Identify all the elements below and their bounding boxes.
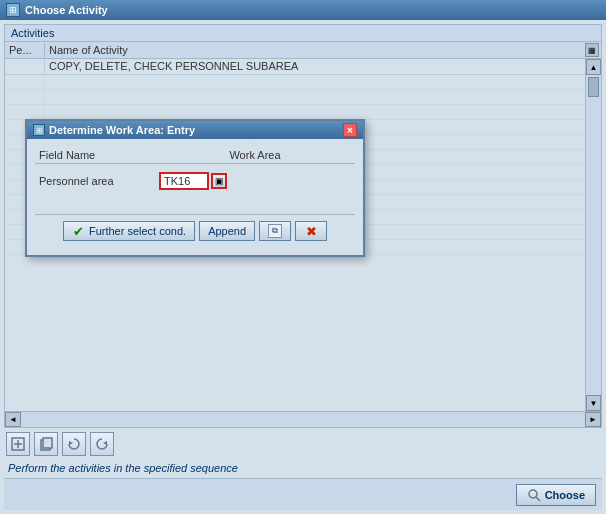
modal-title-left: ⊞ Determine Work Area: Entry — [33, 124, 195, 136]
column-settings-icon[interactable]: ▦ — [585, 43, 599, 57]
table-row — [5, 75, 585, 90]
svg-marker-6 — [103, 441, 107, 445]
scroll-up-button[interactable]: ▲ — [586, 59, 601, 75]
copy-icon: ⧉ — [268, 224, 282, 238]
confirm-button[interactable]: ✔ Further select cond. — [63, 221, 195, 241]
modal-dialog: ⊞ Determine Work Area: Entry × Field Nam… — [25, 119, 365, 257]
table-row: COPY, DELETE, CHECK PERSONNEL SUBAREA — [5, 59, 585, 75]
action-bar: Choose — [4, 478, 602, 510]
modal-close-button[interactable]: × — [343, 123, 357, 137]
table-cell-name: COPY, DELETE, CHECK PERSONNEL SUBAREA — [45, 59, 585, 74]
scroll-right-button[interactable]: ► — [585, 412, 601, 427]
title-bar-title: Choose Activity — [25, 4, 108, 16]
scroll-down-button[interactable]: ▼ — [586, 395, 601, 411]
append-label: Append — [208, 225, 246, 237]
redo-icon — [95, 437, 109, 451]
table-cell-pe — [5, 59, 45, 74]
title-bar: ⊞ Choose Activity — [0, 0, 606, 20]
confirm-label: Further select cond. — [89, 225, 186, 237]
choose-label: Choose — [545, 489, 585, 501]
title-bar-icon: ⊞ — [6, 3, 20, 17]
copy-doc-icon — [39, 437, 53, 451]
choose-button[interactable]: Choose — [516, 484, 596, 506]
main-container: Activities Pe... Name of Activity ▦ COPY… — [0, 20, 606, 514]
work-area-header: Work Area — [159, 149, 351, 161]
toolbar-button-3[interactable] — [62, 432, 86, 456]
modal-title-bar: ⊞ Determine Work Area: Entry × — [27, 121, 363, 139]
vertical-scrollbar[interactable]: ▲ ▼ — [585, 59, 601, 411]
table-content: COPY, DELETE, CHECK PERSONNEL SUBAREA — [5, 59, 585, 411]
delete-icon: ✖ — [304, 224, 318, 238]
personnel-area-value: ▣ — [159, 172, 227, 190]
table-row — [5, 105, 585, 120]
append-button[interactable]: Append — [199, 221, 255, 241]
col-header-pe: Pe... — [5, 43, 45, 57]
field-name-header: Field Name — [39, 149, 159, 161]
table-area: COPY, DELETE, CHECK PERSONNEL SUBAREA — [5, 59, 601, 411]
svg-line-8 — [536, 497, 540, 501]
toolbar-button-1[interactable] — [6, 432, 30, 456]
toolbar-button-4[interactable] — [90, 432, 114, 456]
confirm-icon: ✔ — [72, 224, 86, 238]
svg-point-7 — [529, 490, 537, 498]
choose-icon — [527, 488, 541, 502]
table-row — [5, 90, 585, 105]
col-header-name: Name of Activity — [45, 43, 601, 57]
personnel-area-input[interactable] — [159, 172, 209, 190]
modal-buttons: ✔ Further select cond. Append ⧉ — [35, 214, 355, 247]
modal-body: Field Name Work Area Personnel area ▣ — [27, 139, 363, 255]
status-text: Perform the activities in the specified … — [4, 460, 602, 478]
activities-label: Activities — [5, 25, 601, 42]
bottom-toolbar — [4, 428, 602, 460]
modal-form-header: Field Name Work Area — [35, 147, 355, 164]
table-header: Pe... Name of Activity ▦ — [5, 42, 601, 59]
svg-rect-4 — [43, 438, 52, 448]
modal-form-row: Personnel area ▣ — [35, 168, 355, 194]
delete-button[interactable]: ✖ — [295, 221, 327, 241]
scroll-h-track[interactable] — [21, 412, 585, 427]
svg-marker-5 — [69, 441, 73, 445]
scroll-thumb[interactable] — [588, 77, 599, 97]
personnel-area-label: Personnel area — [39, 175, 159, 187]
new-icon — [11, 437, 25, 451]
scroll-track[interactable] — [586, 75, 601, 395]
horizontal-scrollbar[interactable]: ◄ ► — [5, 411, 601, 427]
modal-title-icon: ⊞ — [33, 124, 45, 136]
scroll-left-button[interactable]: ◄ — [5, 412, 21, 427]
toolbar-button-2[interactable] — [34, 432, 58, 456]
copy-button[interactable]: ⧉ — [259, 221, 291, 241]
modal-title-text: Determine Work Area: Entry — [49, 124, 195, 136]
browse-button[interactable]: ▣ — [211, 173, 227, 189]
refresh-icon — [67, 437, 81, 451]
activities-panel: Activities Pe... Name of Activity ▦ COPY… — [4, 24, 602, 428]
